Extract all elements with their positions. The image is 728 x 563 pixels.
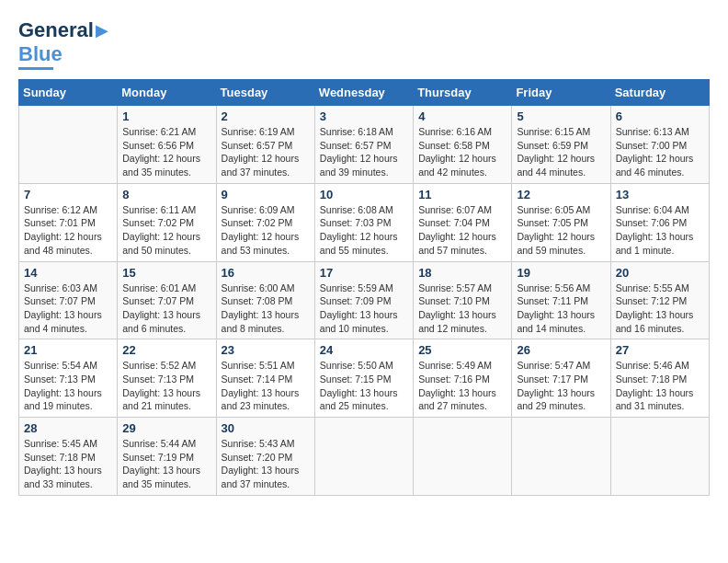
calendar-cell <box>19 106 118 184</box>
column-header-friday: Friday <box>512 80 610 106</box>
page-header: General ▶ Blue <box>18 18 710 70</box>
logo-underline <box>18 67 53 70</box>
day-number: 7 <box>24 188 112 201</box>
column-header-wednesday: Wednesday <box>314 80 413 106</box>
day-number: 26 <box>517 343 605 357</box>
day-number: 30 <box>222 421 310 435</box>
column-header-tuesday: Tuesday <box>216 80 314 106</box>
logo-general: General <box>18 18 94 42</box>
day-number: 29 <box>122 421 210 435</box>
calendar-cell: 19Sunrise: 5:56 AM Sunset: 7:11 PM Dayli… <box>512 261 610 339</box>
column-header-saturday: Saturday <box>610 80 709 106</box>
day-number: 17 <box>320 266 408 280</box>
calendar-cell: 18Sunrise: 5:57 AM Sunset: 7:10 PM Dayli… <box>414 261 512 339</box>
day-number: 12 <box>517 188 605 201</box>
calendar-cell: 2Sunrise: 6:19 AM Sunset: 6:57 PM Daylig… <box>216 106 314 184</box>
day-info: Sunrise: 5:43 AM Sunset: 7:20 PM Dayligh… <box>222 437 310 491</box>
column-header-thursday: Thursday <box>414 80 512 106</box>
calendar-week-row: 7Sunrise: 6:12 AM Sunset: 7:01 PM Daylig… <box>19 183 710 261</box>
day-number: 16 <box>222 266 310 280</box>
logo-bird-icon: ▶ <box>96 20 108 40</box>
day-info: Sunrise: 6:21 AM Sunset: 6:56 PM Dayligh… <box>122 125 210 179</box>
day-info: Sunrise: 5:51 AM Sunset: 7:14 PM Dayligh… <box>222 359 310 413</box>
calendar-week-row: 1Sunrise: 6:21 AM Sunset: 6:56 PM Daylig… <box>19 106 710 184</box>
day-number: 22 <box>122 343 210 357</box>
day-info: Sunrise: 5:49 AM Sunset: 7:16 PM Dayligh… <box>418 359 506 413</box>
day-number: 28 <box>24 421 112 435</box>
calendar-cell: 4Sunrise: 6:16 AM Sunset: 6:58 PM Daylig… <box>414 106 512 184</box>
calendar-cell <box>314 418 413 496</box>
day-info: Sunrise: 6:12 AM Sunset: 7:01 PM Dayligh… <box>24 203 112 258</box>
day-number: 1 <box>122 109 210 123</box>
day-number: 25 <box>418 343 506 357</box>
day-number: 21 <box>24 343 112 357</box>
calendar-cell: 21Sunrise: 5:54 AM Sunset: 7:13 PM Dayli… <box>19 339 118 418</box>
calendar-cell: 25Sunrise: 5:49 AM Sunset: 7:16 PM Dayli… <box>414 339 512 418</box>
day-info: Sunrise: 6:18 AM Sunset: 6:57 PM Dayligh… <box>320 125 408 179</box>
day-info: Sunrise: 5:56 AM Sunset: 7:11 PM Dayligh… <box>517 282 605 336</box>
calendar-cell: 28Sunrise: 5:45 AM Sunset: 7:18 PM Dayli… <box>19 418 118 496</box>
day-number: 3 <box>320 109 408 123</box>
day-number: 4 <box>418 109 506 123</box>
calendar-cell: 30Sunrise: 5:43 AM Sunset: 7:20 PM Dayli… <box>216 418 314 496</box>
calendar-week-row: 21Sunrise: 5:54 AM Sunset: 7:13 PM Dayli… <box>19 339 710 418</box>
calendar-cell: 15Sunrise: 6:01 AM Sunset: 7:07 PM Dayli… <box>118 261 216 339</box>
calendar-cell: 6Sunrise: 6:13 AM Sunset: 7:00 PM Daylig… <box>610 106 709 184</box>
calendar-cell: 22Sunrise: 5:52 AM Sunset: 7:13 PM Dayli… <box>118 339 216 418</box>
day-info: Sunrise: 5:45 AM Sunset: 7:18 PM Dayligh… <box>24 437 112 491</box>
calendar-cell <box>512 418 610 496</box>
day-info: Sunrise: 6:00 AM Sunset: 7:08 PM Dayligh… <box>222 282 310 336</box>
day-info: Sunrise: 5:57 AM Sunset: 7:10 PM Dayligh… <box>418 282 506 336</box>
calendar-cell <box>610 418 709 496</box>
column-header-monday: Monday <box>118 80 216 106</box>
day-info: Sunrise: 5:50 AM Sunset: 7:15 PM Dayligh… <box>320 359 408 413</box>
calendar-cell: 8Sunrise: 6:11 AM Sunset: 7:02 PM Daylig… <box>118 183 216 261</box>
calendar-header-row: SundayMondayTuesdayWednesdayThursdayFrid… <box>19 80 710 106</box>
day-info: Sunrise: 6:11 AM Sunset: 7:02 PM Dayligh… <box>122 203 210 258</box>
calendar-cell: 20Sunrise: 5:55 AM Sunset: 7:12 PM Dayli… <box>610 261 709 339</box>
day-info: Sunrise: 6:01 AM Sunset: 7:07 PM Dayligh… <box>122 282 210 336</box>
day-info: Sunrise: 6:04 AM Sunset: 7:06 PM Dayligh… <box>616 203 704 258</box>
calendar-cell: 26Sunrise: 5:47 AM Sunset: 7:17 PM Dayli… <box>512 339 610 418</box>
logo-text: General ▶ Blue <box>18 18 108 70</box>
day-number: 14 <box>24 266 112 280</box>
day-info: Sunrise: 5:52 AM Sunset: 7:13 PM Dayligh… <box>122 359 210 413</box>
day-number: 24 <box>320 343 408 357</box>
day-info: Sunrise: 5:44 AM Sunset: 7:19 PM Dayligh… <box>122 437 210 491</box>
day-number: 2 <box>222 109 310 123</box>
day-number: 9 <box>222 188 310 201</box>
day-number: 6 <box>616 109 704 123</box>
column-header-sunday: Sunday <box>19 80 118 106</box>
calendar-cell: 10Sunrise: 6:08 AM Sunset: 7:03 PM Dayli… <box>314 183 413 261</box>
day-number: 19 <box>517 266 605 280</box>
day-number: 11 <box>418 188 506 201</box>
calendar-cell: 3Sunrise: 6:18 AM Sunset: 6:57 PM Daylig… <box>314 106 413 184</box>
day-info: Sunrise: 6:16 AM Sunset: 6:58 PM Dayligh… <box>418 125 506 179</box>
calendar-cell: 17Sunrise: 5:59 AM Sunset: 7:09 PM Dayli… <box>314 261 413 339</box>
calendar-cell: 16Sunrise: 6:00 AM Sunset: 7:08 PM Dayli… <box>216 261 314 339</box>
calendar-cell: 11Sunrise: 6:07 AM Sunset: 7:04 PM Dayli… <box>414 183 512 261</box>
day-number: 13 <box>616 188 704 201</box>
calendar-cell: 13Sunrise: 6:04 AM Sunset: 7:06 PM Dayli… <box>610 183 709 261</box>
day-number: 5 <box>517 109 605 123</box>
calendar-cell: 14Sunrise: 6:03 AM Sunset: 7:07 PM Dayli… <box>19 261 118 339</box>
day-info: Sunrise: 6:09 AM Sunset: 7:02 PM Dayligh… <box>222 203 310 258</box>
day-info: Sunrise: 6:08 AM Sunset: 7:03 PM Dayligh… <box>320 203 408 258</box>
day-number: 27 <box>616 343 704 357</box>
day-number: 18 <box>418 266 506 280</box>
day-info: Sunrise: 6:03 AM Sunset: 7:07 PM Dayligh… <box>24 282 112 336</box>
day-info: Sunrise: 5:55 AM Sunset: 7:12 PM Dayligh… <box>616 282 704 336</box>
calendar-cell <box>414 418 512 496</box>
logo: General ▶ Blue <box>18 18 108 70</box>
calendar-week-row: 14Sunrise: 6:03 AM Sunset: 7:07 PM Dayli… <box>19 261 710 339</box>
day-info: Sunrise: 5:54 AM Sunset: 7:13 PM Dayligh… <box>24 359 112 413</box>
day-info: Sunrise: 6:19 AM Sunset: 6:57 PM Dayligh… <box>222 125 310 179</box>
logo-blue: Blue <box>18 42 63 66</box>
calendar-week-row: 28Sunrise: 5:45 AM Sunset: 7:18 PM Dayli… <box>19 418 710 496</box>
day-number: 20 <box>616 266 704 280</box>
day-info: Sunrise: 5:59 AM Sunset: 7:09 PM Dayligh… <box>320 282 408 336</box>
day-info: Sunrise: 6:05 AM Sunset: 7:05 PM Dayligh… <box>517 203 605 258</box>
day-number: 8 <box>122 188 210 201</box>
calendar-table: SundayMondayTuesdayWednesdayThursdayFrid… <box>18 79 710 496</box>
calendar-cell: 27Sunrise: 5:46 AM Sunset: 7:18 PM Dayli… <box>610 339 709 418</box>
